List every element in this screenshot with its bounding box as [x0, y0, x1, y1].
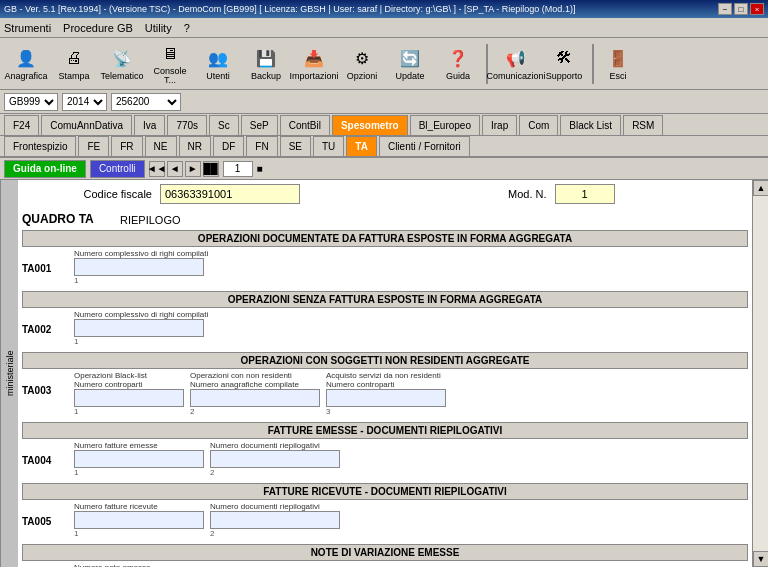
ta002-code: TA002 — [22, 310, 74, 335]
menu-utility[interactable]: Utility — [145, 22, 172, 34]
year-select[interactable]: 2014 — [62, 93, 107, 111]
maximize-button[interactable]: □ — [734, 3, 748, 15]
tab-iva[interactable]: Iva — [134, 115, 165, 135]
ta003-label-1a: Operazioni Black-list — [74, 371, 184, 380]
first-page-button[interactable]: ◄◄ — [149, 161, 165, 177]
tab-f24[interactable]: F24 — [4, 115, 39, 135]
ta001-field-1: Numero complessivo di righi compilati 1 — [74, 249, 208, 285]
tab-clienti-fornitori[interactable]: Clienti / Fornitori — [379, 136, 470, 156]
toolbar-separator2 — [592, 44, 594, 84]
tab-sep[interactable]: SeP — [241, 115, 278, 135]
quadro-label: QUADRO TA — [22, 212, 112, 226]
tab-nr[interactable]: NR — [179, 136, 211, 156]
ta004-fields: Numero fatture emesse 1 Numero documenti… — [74, 441, 748, 477]
utenti-icon: 👥 — [206, 46, 230, 70]
ta002-field-1: Numero complessivo di righi compilati 1 — [74, 310, 208, 346]
page-number-input[interactable] — [223, 161, 253, 177]
tab-se[interactable]: SE — [280, 136, 311, 156]
nav-tabs-1: F24 ComuAnnDativa Iva 770s Sc SeP ContBi… — [0, 114, 768, 136]
ta003-input-1[interactable] — [74, 389, 184, 407]
next-page-button[interactable]: ► — [185, 161, 201, 177]
controlli-button[interactable]: Controlli — [90, 160, 145, 178]
tab-fe[interactable]: FE — [78, 136, 109, 156]
scroll-down-button[interactable]: ▼ — [753, 551, 768, 567]
tab-com[interactable]: Com — [519, 115, 558, 135]
importazioni-button[interactable]: 📥 Importazioni — [292, 42, 336, 86]
console-button[interactable]: 🖥 Console T... — [148, 42, 192, 86]
ta004-label-2: Numero documenti riepilogativi — [210, 441, 340, 450]
minimize-button[interactable]: − — [718, 3, 732, 15]
ta005-num-2: 2 — [210, 529, 340, 538]
opzioni-button[interactable]: ⚙ Opzioni — [340, 42, 384, 86]
tab-black-list[interactable]: Black List — [560, 115, 621, 135]
tab-df[interactable]: DF — [213, 136, 244, 156]
importazioni-label: Importazioni — [289, 72, 338, 81]
ta002-input-1[interactable] — [74, 319, 204, 337]
utenti-button[interactable]: 👥 Utenti — [196, 42, 240, 86]
code-select[interactable]: 256200 — [111, 93, 181, 111]
tab-contbil[interactable]: ContBil — [280, 115, 330, 135]
page-end-icon: ■ — [257, 163, 263, 174]
tab-tu[interactable]: TU — [313, 136, 344, 156]
supporto-button[interactable]: 🛠 Supporto — [542, 42, 586, 86]
tab-fn[interactable]: FN — [246, 136, 277, 156]
tab-770s[interactable]: 770s — [167, 115, 207, 135]
last-page-button[interactable]: ██ — [203, 161, 219, 177]
ta004-input-1[interactable] — [74, 450, 204, 468]
tab-comuanndativa[interactable]: ComuAnnDativa — [41, 115, 132, 135]
stampa-button[interactable]: 🖨 Stampa — [52, 42, 96, 86]
menu-procedure-gb[interactable]: Procedure GB — [63, 22, 133, 34]
console-icon: 🖥 — [158, 43, 182, 65]
close-button[interactable]: × — [750, 3, 764, 15]
guida-online-button[interactable]: Guida on-line — [4, 160, 86, 178]
opzioni-label: Opzioni — [347, 72, 378, 81]
mod-number-input[interactable] — [555, 184, 615, 204]
comunicazioni-button[interactable]: 📢 Comunicazioni — [494, 42, 538, 86]
sub-toolbar: GB999 2014 256200 — [0, 90, 768, 114]
form-area: Codice fiscale Mod. N. QUADRO TA RIEPILO… — [18, 180, 752, 567]
section-header-ta005: FATTURE RICEVUTE - DOCUMENTI RIEPILOGATI… — [22, 483, 748, 500]
prev-page-button[interactable]: ◄ — [167, 161, 183, 177]
codice-fiscale-row: Codice fiscale Mod. N. — [62, 184, 748, 204]
backup-button[interactable]: 💾 Backup — [244, 42, 288, 86]
ta006-field-1: Numero note emesse 1 — [74, 563, 204, 567]
tab-ne[interactable]: NE — [145, 136, 177, 156]
scroll-up-button[interactable]: ▲ — [753, 180, 768, 196]
menu-strumenti[interactable]: Strumenti — [4, 22, 51, 34]
guida-button[interactable]: ❓ Guida — [436, 42, 480, 86]
ta001-input-1[interactable] — [74, 258, 204, 276]
menu-help[interactable]: ? — [184, 22, 190, 34]
gb999-select[interactable]: GB999 — [4, 93, 58, 111]
esci-button[interactable]: 🚪 Esci — [600, 42, 636, 86]
codice-fiscale-input[interactable] — [160, 184, 300, 204]
ta001-label-1: Numero complessivo di righi compilati — [74, 249, 208, 258]
section-ta003: OPERAZIONI CON SOGGETTI NON RESIDENTI AG… — [22, 352, 748, 416]
tab-ta[interactable]: TA — [346, 136, 377, 156]
telematico-button[interactable]: 📡 Telematico — [100, 42, 144, 86]
nav-arrows: ◄◄ ◄ ► ██ — [149, 161, 219, 177]
tab-fr[interactable]: FR — [111, 136, 142, 156]
ta003-input-2[interactable] — [190, 389, 320, 407]
ta001-row: TA001 Numero complessivo di righi compil… — [22, 249, 748, 285]
ta004-input-2[interactable] — [210, 450, 340, 468]
tab-frontespizio[interactable]: Frontespizio — [4, 136, 76, 156]
ta003-input-3[interactable] — [326, 389, 446, 407]
tab-sc[interactable]: Sc — [209, 115, 239, 135]
scroll-track[interactable] — [753, 196, 768, 551]
tab-bl-europeo[interactable]: Bl_Europeo — [410, 115, 480, 135]
tab-irap[interactable]: Irap — [482, 115, 517, 135]
ta003-num-2: 2 — [190, 407, 320, 416]
ta006-code: TA006 — [22, 563, 74, 567]
ta004-num-1: 1 — [74, 468, 204, 477]
ta005-input-2[interactable] — [210, 511, 340, 529]
update-button[interactable]: 🔄 Update — [388, 42, 432, 86]
tab-spesometro[interactable]: Spesometro — [332, 115, 408, 135]
anagrafica-button[interactable]: 👤 Anagrafica — [4, 42, 48, 86]
right-scrollbar: ▲ ▼ — [752, 180, 768, 567]
ta003-field-3: Acquisto servizi da non residenti Numero… — [326, 371, 446, 416]
section-header-ta001: OPERAZIONI DOCUMENTATE DA FATTURA ESPOST… — [22, 230, 748, 247]
backup-icon: 💾 — [254, 46, 278, 70]
tab-rsm[interactable]: RSM — [623, 115, 663, 135]
ta005-input-1[interactable] — [74, 511, 204, 529]
ta001-fields: Numero complessivo di righi compilati 1 — [74, 249, 748, 285]
